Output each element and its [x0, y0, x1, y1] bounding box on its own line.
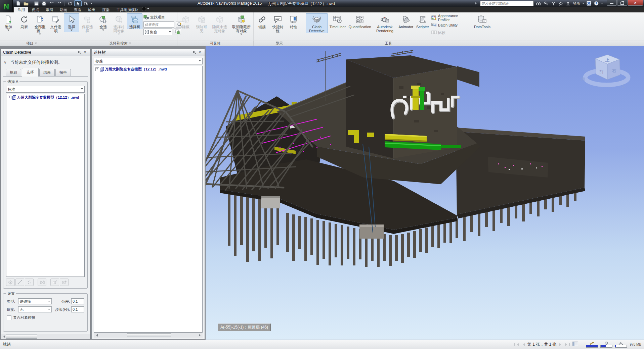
tolerance-input[interactable] — [71, 298, 84, 304]
appearance-profiler-button[interactable]: Appearance Profiler — [431, 14, 470, 21]
ribbon-display-toggle[interactable] — [142, 7, 151, 11]
exchange-apps-icon[interactable] — [586, 1, 592, 6]
sheet-browser-button[interactable] — [572, 342, 578, 347]
new-file-button[interactable] — [15, 1, 22, 6]
last-sheet-button[interactable] — [565, 343, 570, 346]
pin-icon[interactable] — [192, 50, 197, 55]
links-button[interactable]: 链接 — [254, 13, 270, 29]
tab-render[interactable]: 渲染 — [99, 7, 113, 12]
group-label-visibility[interactable]: 可见性 — [177, 41, 254, 46]
expand-icon[interactable]: + — [95, 67, 99, 71]
first-sheet-button[interactable] — [514, 343, 519, 346]
select-tool-button[interactable] — [74, 0, 82, 6]
batch-utility-button[interactable]: B Batch Utility — [431, 22, 470, 29]
prev-sheet-button[interactable] — [521, 343, 525, 346]
group-label-tools[interactable]: 工具 — [305, 41, 472, 46]
tab-review[interactable]: 审阅 — [42, 7, 56, 12]
select-all-button[interactable]: 全选 — [95, 13, 111, 32]
properties-button[interactable]: 特性 — [286, 13, 301, 29]
selection-a-tree[interactable]: + 万州大剧院全专业模型（12.12）.nwd — [6, 94, 85, 277]
scroll-left-icon[interactable] — [94, 333, 98, 337]
restore-button[interactable] — [617, 0, 627, 6]
tab-home[interactable]: 常用 — [14, 7, 28, 12]
model-canvas[interactable]: 上 前 右 南 东 — [206, 46, 644, 340]
scrollbar-thumb[interactable] — [6, 335, 37, 339]
quantification-button[interactable]: Quantification — [347, 13, 373, 29]
clash-panel-titlebar[interactable]: Clash Detective × — [1, 49, 90, 56]
save-button[interactable] — [33, 1, 40, 6]
favorites-star-icon[interactable] — [558, 1, 563, 6]
tree-filter-dropdown[interactable]: 标准 — [94, 58, 203, 64]
close-panel-icon[interactable]: × — [197, 50, 203, 55]
scrollbar-thumb[interactable] — [127, 333, 171, 337]
undo-button[interactable] — [48, 1, 55, 6]
selection-a-dropdown-button[interactable] — [79, 86, 84, 92]
viewport-3d[interactable]: 上 前 右 南 东 A(-55)-15(-1)：屋顶层 (46) — [206, 46, 644, 340]
print-button[interactable] — [41, 1, 47, 6]
reset-all-button[interactable]: 全部重置... — [32, 13, 48, 36]
collapse-chevron-icon[interactable]: ∨ — [4, 60, 7, 65]
expand-icon[interactable]: + — [8, 96, 11, 99]
append-button[interactable]: 附加 — [1, 13, 16, 32]
group-label-select-search[interactable]: 选择和搜索 — [63, 41, 177, 46]
autodesk-rendering-button[interactable]: Autodesk Rendering — [373, 13, 397, 33]
selection-a-dropdown[interactable]: 标准 — [6, 86, 85, 93]
compass-south-label[interactable]: 南 — [581, 77, 585, 81]
tab-output[interactable]: 输出 — [85, 7, 99, 12]
help-dropdown-icon[interactable] — [601, 3, 603, 5]
timeliner-button[interactable]: TimeLiner — [328, 13, 347, 29]
unhide-all-button[interactable]: 取消隐藏所有对象 — [230, 13, 253, 36]
close-panel-icon[interactable]: × — [82, 50, 88, 55]
tree-filter-dropdown-button[interactable] — [197, 58, 202, 64]
select-box-button[interactable] — [83, 1, 89, 6]
compass-east-label[interactable]: 东 — [621, 84, 626, 89]
minimize-button[interactable] — [607, 0, 617, 6]
scroll-right-icon[interactable] — [198, 333, 203, 337]
help-icon[interactable]: ? — [594, 1, 599, 6]
type-dropdown[interactable]: 硬碰撞 — [18, 298, 52, 304]
datatools-button[interactable]: DataTools — [473, 13, 492, 29]
link-dropdown[interactable]: 无 — [18, 306, 52, 312]
quick-properties-button[interactable]: 快捷特性 — [270, 13, 286, 33]
tree-row[interactable]: + 万州大剧院全专业模型（12.12）.nwd — [94, 66, 202, 72]
sign-in-dropdown-icon[interactable] — [582, 3, 584, 5]
application-menu-button[interactable] — [0, 0, 13, 12]
tab-tool-addins[interactable]: 工具附加模块 — [113, 7, 142, 12]
tab-rules[interactable]: 规则 — [6, 69, 21, 76]
qat-dropdown-icon[interactable] — [90, 3, 92, 5]
tab-results[interactable]: 结果 — [39, 69, 55, 76]
communication-center-icon[interactable] — [551, 1, 556, 6]
subscription-key-icon[interactable] — [543, 1, 549, 6]
composite-checkbox[interactable] — [7, 315, 11, 320]
step-input[interactable] — [71, 306, 84, 312]
scroll-left-icon[interactable] — [1, 335, 6, 339]
group-label-project[interactable]: 项目 — [0, 41, 63, 46]
quick-find-input[interactable] — [143, 21, 174, 28]
refresh-button[interactable] — [67, 1, 73, 6]
sign-in-button[interactable]: 登录 — [573, 1, 580, 6]
selection-tree[interactable]: + 万州大剧院全专业模型（12.12）.nwd — [94, 66, 203, 333]
pin-icon[interactable] — [77, 50, 82, 55]
group-label-display[interactable]: 显示 — [254, 41, 305, 46]
redo-button[interactable] — [56, 1, 63, 6]
tab-viewpoint[interactable]: 视点 — [28, 7, 42, 12]
file-options-button[interactable]: 文件选项 — [48, 13, 63, 33]
tree-horizontal-scrollbar[interactable] — [94, 333, 203, 338]
selection-tree-button[interactable]: 选择树 — [127, 13, 142, 29]
tab-select[interactable]: 选择 — [22, 68, 39, 77]
refresh-ribbon-button[interactable]: 刷新 — [16, 13, 32, 29]
search-input[interactable] — [480, 1, 534, 6]
next-sheet-button[interactable] — [559, 343, 563, 346]
infocenter-collapse-icon[interactable] — [475, 2, 478, 5]
search-binoculars-icon[interactable] — [536, 1, 541, 6]
tab-view[interactable]: 查看 — [71, 7, 85, 12]
clash-detective-button[interactable]: Clash Detective — [306, 13, 328, 33]
tab-animation[interactable]: 动画 — [56, 7, 71, 12]
select-button[interactable]: 选择 — [64, 13, 79, 32]
tab-report[interactable]: 报告 — [55, 69, 71, 76]
tree-panel-titlebar[interactable]: 选择树 × — [92, 49, 205, 56]
clash-horizontal-scrollbar[interactable] — [1, 334, 90, 339]
scripter-button[interactable]: Scripter — [415, 13, 430, 29]
open-file-button[interactable] — [23, 1, 29, 6]
tree-row[interactable]: + 万州大剧院全专业模型（12.12）.nwd — [6, 94, 84, 100]
